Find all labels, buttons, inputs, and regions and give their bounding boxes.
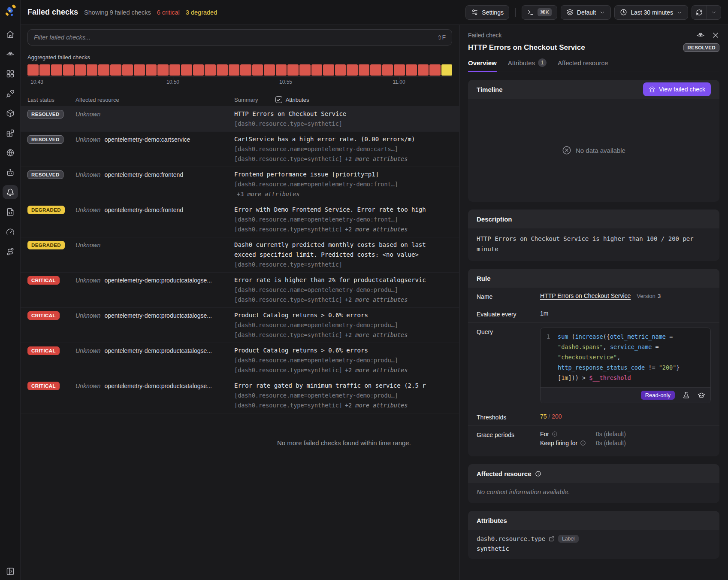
timeline-block[interactable] <box>441 64 453 76</box>
external-link-icon[interactable] <box>549 536 555 542</box>
line-number: 1 <box>547 331 550 342</box>
timeline-block[interactable] <box>169 64 181 76</box>
sidebar-item-blocks[interactable] <box>3 126 18 140</box>
timeline-empty-state: No data available <box>468 99 719 202</box>
check-attributes: [dash0.resource.name=opentelemetry-demo:… <box>234 320 459 330</box>
timeline-block[interactable] <box>287 64 299 76</box>
ufo-icon[interactable] <box>696 31 705 39</box>
read-only-badge: Read-only <box>641 391 675 400</box>
timeline-block[interactable] <box>418 64 429 76</box>
clock-icon <box>620 9 627 16</box>
query-editor[interactable]: 1sum (increase({otel_metric_name ="dash0… <box>540 328 711 403</box>
file-code-icon <box>6 208 15 216</box>
sidebar-item-home[interactable] <box>3 27 18 41</box>
timeline-block[interactable] <box>276 64 287 76</box>
sidebar-item-cube[interactable] <box>3 106 18 120</box>
query-code-line: "checkoutservice", <box>546 352 705 362</box>
sidebar-item-bot[interactable] <box>3 165 18 179</box>
timeline-block[interactable] <box>299 64 311 76</box>
sidebar-item-globe[interactable] <box>3 146 18 160</box>
timeline-block[interactable] <box>323 64 334 76</box>
grace-period-value: 0s (default) <box>596 431 626 437</box>
timeline-block[interactable] <box>193 64 204 76</box>
rule-card: Rule Name HTTP Errors on Checkout Servic… <box>468 269 719 456</box>
timeline-block[interactable] <box>98 64 109 76</box>
flask-icon[interactable] <box>683 392 690 399</box>
timeline-block[interactable] <box>75 64 86 76</box>
col-summary: Summary <box>234 97 258 103</box>
timeline-block[interactable] <box>181 64 192 76</box>
table-row[interactable]: CRITICALUnknownopentelemetry-demo:produc… <box>21 378 459 413</box>
timeline-block[interactable] <box>229 64 240 76</box>
sidebar-item-plug[interactable] <box>3 86 18 100</box>
timeline-block[interactable] <box>205 64 216 76</box>
axis-tick-label: 10:50 <box>166 79 179 85</box>
attributes-checkbox[interactable] <box>275 96 282 103</box>
timeline-block[interactable] <box>406 64 417 76</box>
tab-affected-resource[interactable]: Affected resource <box>558 58 608 72</box>
timeline-block[interactable] <box>122 64 133 76</box>
command-palette-button[interactable]: ⌘K <box>522 5 557 20</box>
timeline-block[interactable] <box>27 64 39 76</box>
table-row[interactable]: RESOLVEDUnknownHTTP Errors on Checkout S… <box>21 106 459 132</box>
timeline-block[interactable] <box>134 64 145 76</box>
view-failed-check-button[interactable]: View failed check <box>643 82 711 96</box>
sidebar-item-file-code[interactable] <box>3 205 18 219</box>
timeline-block[interactable] <box>311 64 323 76</box>
graduation-cap-icon[interactable] <box>698 392 705 399</box>
view-selector-button[interactable]: Default <box>561 5 611 20</box>
timeline-block[interactable] <box>63 64 74 76</box>
refresh-icon <box>696 9 703 16</box>
sidebar-item-gauge[interactable] <box>3 225 18 239</box>
table-row[interactable]: DEGRADEDUnknownopentelemetry-demo:fronte… <box>21 202 459 237</box>
sidebar-item-bell[interactable] <box>3 185 18 199</box>
table-row[interactable]: DEGRADEDUnknownDash0 currently predicted… <box>21 237 459 273</box>
sidebar-collapse-button[interactable] <box>3 564 18 578</box>
table-row[interactable]: RESOLVEDUnknownopentelemetry-demo:fronte… <box>21 167 459 202</box>
tab-attributes[interactable]: Attributes1 <box>508 58 547 72</box>
filter-input[interactable] <box>34 34 437 41</box>
table-row[interactable]: CRITICALUnknownopentelemetry-demo:produc… <box>21 343 459 378</box>
route-icon <box>6 247 15 256</box>
time-range-button[interactable]: Last 30 minutes <box>614 5 688 20</box>
attributes-card-title: Attributes <box>477 517 507 524</box>
timeline-block[interactable] <box>264 64 275 76</box>
terminal-icon <box>527 9 534 16</box>
timeline-block[interactable] <box>347 64 358 76</box>
timeline-block[interactable] <box>394 64 405 76</box>
timeline-block[interactable] <box>39 64 51 76</box>
timeline-block[interactable] <box>217 64 228 76</box>
timeline-block[interactable] <box>240 64 251 76</box>
timeline-block[interactable] <box>157 64 169 76</box>
timeline-block[interactable] <box>382 64 393 76</box>
timeline-block[interactable] <box>359 64 370 76</box>
sidebar-item-route[interactable] <box>3 244 18 258</box>
sidebar-item-ufo[interactable] <box>3 47 18 61</box>
layers-icon <box>566 9 574 16</box>
timeline-block[interactable] <box>429 64 441 76</box>
settings-button[interactable]: Settings <box>465 5 509 20</box>
rule-version-value: 3 <box>658 293 661 299</box>
timeline-block[interactable] <box>335 64 346 76</box>
tab-overview[interactable]: Overview <box>468 58 497 72</box>
resource-name: opentelemetry-demo:frontend <box>104 206 183 213</box>
timeline-block[interactable] <box>110 64 121 76</box>
timeline-block[interactable] <box>252 64 263 76</box>
timeline-block[interactable] <box>51 64 62 76</box>
divider <box>515 8 516 17</box>
sidebar-item-grid[interactable] <box>3 67 18 81</box>
timeline-card-title: Timeline <box>477 86 503 93</box>
table-row[interactable]: CRITICALUnknownopentelemetry-demo:produc… <box>21 273 459 308</box>
topbar-actions: Settings ⌘K Default Last 30 minutes <box>465 5 721 20</box>
timeline-block[interactable] <box>87 64 98 76</box>
refresh-options-button[interactable] <box>707 6 721 19</box>
rule-name-link[interactable]: HTTP Errors on Checkout Service <box>540 292 631 299</box>
attributes-toggle[interactable]: Attributes <box>275 96 309 103</box>
close-icon[interactable] <box>712 31 719 39</box>
check-summary: exceed specified limit. Predicted costs:… <box>234 250 459 260</box>
table-row[interactable]: CRITICALUnknownopentelemetry-demo:produc… <box>21 308 459 343</box>
refresh-button[interactable] <box>692 6 707 19</box>
table-row[interactable]: RESOLVEDUnknownopentelemetry-demo:cartse… <box>21 132 459 167</box>
timeline-block[interactable] <box>370 64 381 76</box>
timeline-block[interactable] <box>146 64 157 76</box>
